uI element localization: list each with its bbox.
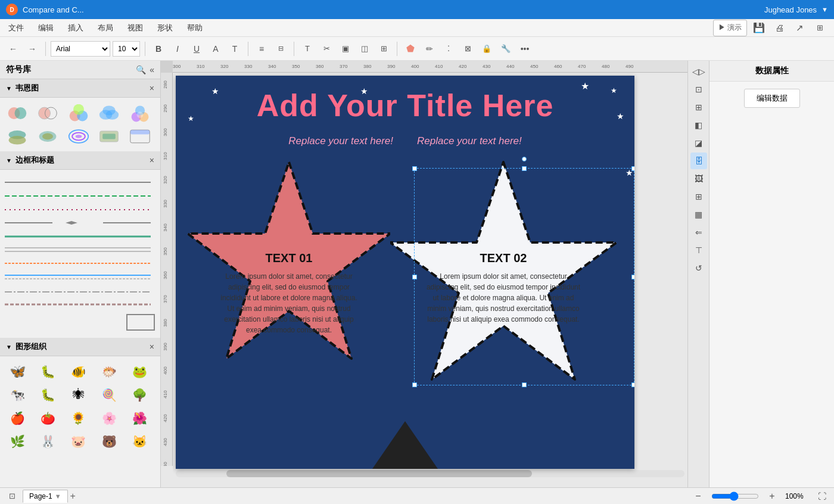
- h-scrollbar[interactable]: [176, 470, 684, 477]
- shape-fish[interactable]: 🐠: [66, 361, 91, 382]
- right-tool-split[interactable]: ⊤: [690, 242, 707, 259]
- borders-close-btn[interactable]: ×: [150, 155, 154, 165]
- menu-shape[interactable]: 形状: [155, 21, 175, 35]
- page-icon-btn[interactable]: ⊡: [4, 488, 20, 505]
- shadow-btn[interactable]: ◫: [356, 41, 373, 57]
- menu-layout[interactable]: 布局: [95, 21, 116, 35]
- zoom-out-btn[interactable]: −: [690, 488, 707, 505]
- right-tool-data[interactable]: 🗄: [690, 153, 707, 169]
- venn-item-3[interactable]: [66, 102, 91, 123]
- menu-insert[interactable]: 插入: [66, 21, 86, 35]
- border-item-7[interactable]: [5, 259, 155, 269]
- shape-worm[interactable]: 🐛: [35, 384, 60, 405]
- pen-btn[interactable]: ✏: [421, 41, 438, 57]
- underline-btn[interactable]: U: [188, 41, 205, 57]
- align-obj-btn[interactable]: ⊞: [375, 41, 392, 57]
- fit-btn[interactable]: ⊞: [811, 20, 828, 36]
- venn-close-btn[interactable]: ×: [150, 83, 154, 93]
- border-item-4[interactable]: [5, 217, 155, 228]
- add-page-btn[interactable]: +: [70, 491, 76, 502]
- menu-help[interactable]: 帮助: [185, 21, 205, 35]
- star-left[interactable]: TEXT 01 Lorem ipsum dolor sit amet, cons…: [188, 156, 390, 382]
- font-size-select[interactable]: 10: [113, 41, 140, 57]
- shape-flower2[interactable]: 🌺: [127, 407, 153, 428]
- handle-mr[interactable]: [631, 275, 634, 279]
- right-tool-table[interactable]: ▦: [690, 206, 707, 223]
- page-tab-1[interactable]: Page-1 ▼: [23, 490, 68, 503]
- shape-frog[interactable]: 🐸: [127, 361, 153, 382]
- line-style-btn[interactable]: ⁚: [440, 41, 457, 57]
- handle-br[interactable]: [631, 382, 634, 387]
- undo-btn[interactable]: ←: [5, 41, 21, 57]
- zoom-slider[interactable]: [711, 491, 759, 501]
- graphic-org-section-header[interactable]: ▼ 图形组织 ×: [0, 338, 160, 356]
- crop-btn[interactable]: ✂: [318, 41, 335, 57]
- border-item-3[interactable]: [5, 204, 155, 214]
- venn-item-9[interactable]: [97, 126, 122, 147]
- venn-item-7[interactable]: [35, 126, 60, 147]
- border-item-box[interactable]: [5, 313, 155, 331]
- text-style-btn[interactable]: T: [226, 41, 243, 57]
- venn-item-2[interactable]: [35, 102, 60, 123]
- venn-item-10[interactable]: [127, 126, 153, 147]
- shape-butterfly[interactable]: 🦋: [5, 361, 30, 382]
- border-item-5[interactable]: [5, 231, 155, 242]
- venn-item-6[interactable]: [5, 126, 30, 147]
- right-tool-group[interactable]: ⊞: [690, 188, 707, 205]
- border-item-10[interactable]: [5, 300, 155, 310]
- venn-item-5[interactable]: [127, 102, 153, 123]
- border-item-9[interactable]: [5, 286, 155, 297]
- fill-color-btn[interactable]: ⬟: [402, 41, 419, 57]
- print-btn[interactable]: 🖨: [771, 20, 788, 36]
- share-btn[interactable]: ↗: [791, 20, 808, 36]
- shape-bunny[interactable]: 🐰: [35, 431, 60, 452]
- fullscreen-btn[interactable]: ⛶: [814, 488, 830, 505]
- shape-cat[interactable]: 🐱: [127, 431, 153, 452]
- subtitle-right[interactable]: Replace your text here!: [417, 135, 522, 147]
- right-tool-pages[interactable]: ◧: [690, 117, 707, 133]
- search-btn[interactable]: 🔍: [136, 65, 146, 74]
- right-tool-save[interactable]: ◪: [690, 135, 707, 151]
- shape-fish2[interactable]: 🐡: [97, 361, 122, 382]
- cut-btn[interactable]: ⊠: [459, 41, 476, 57]
- shape-apple-red[interactable]: 🍎: [5, 407, 30, 428]
- shape-cow[interactable]: 🐄: [5, 384, 30, 405]
- edit-data-btn[interactable]: 编辑数据: [744, 89, 800, 108]
- shape-caterpillar[interactable]: 🐛: [35, 361, 60, 382]
- star-right[interactable]: TEXT 02 Lorem ipsum dolor sit amet, cons…: [390, 156, 617, 382]
- shape-flower[interactable]: 🌸: [97, 407, 122, 428]
- slide-scroll-area[interactable]: ★ ★ ★ ★ ★ ★ ★ Add Your Title Here Replac…: [173, 73, 687, 487]
- redo-btn[interactable]: →: [24, 41, 41, 57]
- right-tool-image[interactable]: 🖼: [690, 170, 707, 187]
- font-color-btn[interactable]: A: [207, 41, 224, 57]
- text-box-btn[interactable]: T: [299, 41, 316, 57]
- align-center-btn[interactable]: ⊟: [272, 41, 289, 57]
- shape-spider[interactable]: 🕷: [66, 384, 91, 405]
- shape-tree[interactable]: 🌳: [127, 384, 153, 405]
- venn-item-4[interactable]: [97, 102, 122, 123]
- save-local-btn[interactable]: 💾: [751, 20, 767, 36]
- collapse-btn[interactable]: «: [150, 65, 154, 74]
- shape-bear[interactable]: 🐻: [97, 431, 122, 452]
- right-tool-layers[interactable]: ⊞: [690, 99, 707, 116]
- shape-pig[interactable]: 🐷: [66, 431, 91, 452]
- shape-lollipop[interactable]: 🍭: [97, 384, 122, 405]
- right-tool-history[interactable]: ↺: [690, 260, 707, 276]
- menu-view[interactable]: 视图: [125, 21, 145, 35]
- align-left-btn[interactable]: ≡: [253, 41, 270, 57]
- border-item-8[interactable]: [5, 272, 155, 283]
- slide-title[interactable]: Add Your Title Here: [176, 88, 634, 123]
- more-btn[interactable]: •••: [516, 41, 533, 57]
- menu-file[interactable]: 文件: [6, 21, 26, 35]
- bold-btn[interactable]: B: [150, 41, 167, 57]
- frame-btn[interactable]: ▣: [337, 41, 354, 57]
- shape-leaf[interactable]: 🌿: [5, 431, 30, 452]
- lock-btn[interactable]: 🔒: [478, 41, 495, 57]
- venn-section-header[interactable]: ▼ 韦恩图 ×: [0, 79, 160, 98]
- font-family-select[interactable]: Arial: [51, 41, 110, 57]
- border-item-2[interactable]: [5, 190, 155, 201]
- shape-tomato[interactable]: 🍅: [35, 407, 60, 428]
- right-tool-select[interactable]: ⊡: [690, 81, 707, 98]
- zoom-in-btn[interactable]: +: [764, 488, 780, 505]
- venn-item-1[interactable]: [5, 102, 30, 123]
